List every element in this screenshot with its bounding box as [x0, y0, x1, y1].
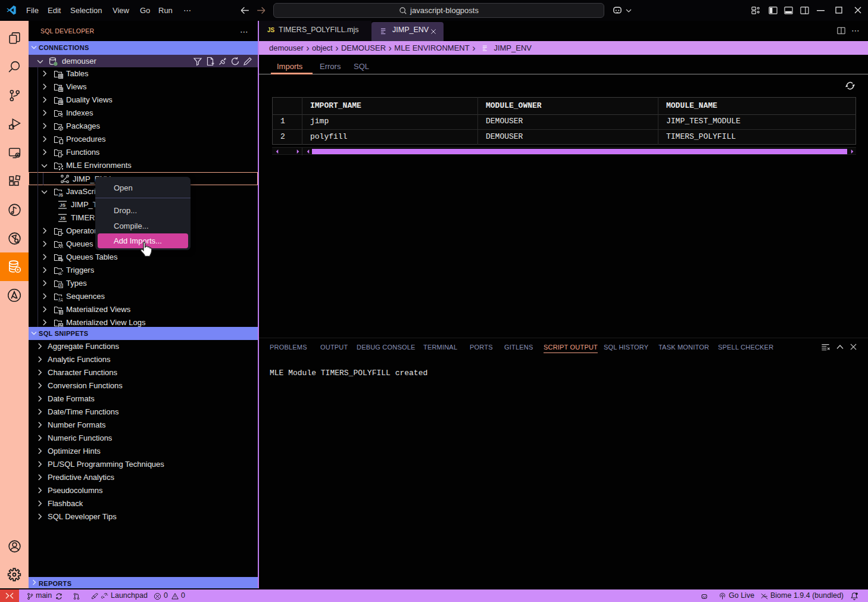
- svg-text:A: A: [60, 284, 62, 288]
- svg-text:JS: JS: [60, 216, 65, 221]
- svg-text:JS: JS: [60, 202, 65, 208]
- svg-text:JS: JS: [58, 193, 63, 197]
- svg-text:JSON: JSON: [59, 99, 63, 101]
- svg-text:1: 1: [59, 297, 61, 301]
- svg-text:2: 2: [61, 298, 63, 301]
- svg-text:bd: bd: [59, 85, 63, 88]
